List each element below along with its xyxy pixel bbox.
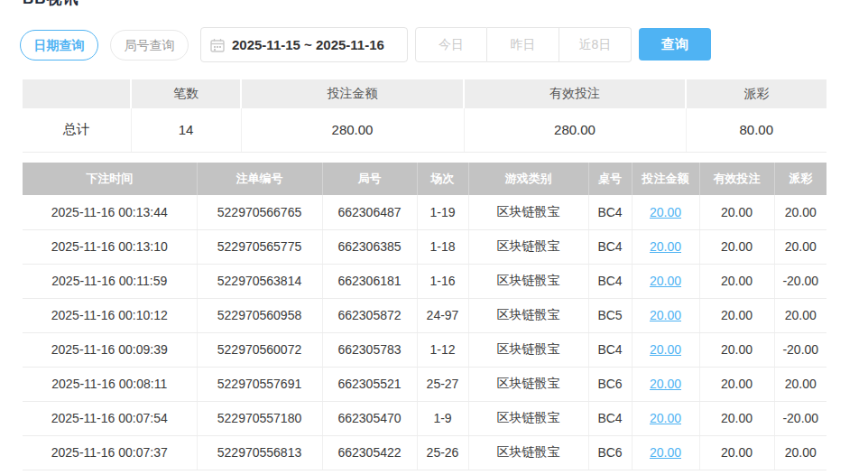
bet-amount-link[interactable]: 20.00: [650, 239, 681, 254]
bets-table: 下注时间注单编号局号场次游戏类别桌号投注金额有效投注派彩 2025-11-16 …: [23, 163, 826, 470]
bet-time: 2025-11-16 00:07:54: [23, 401, 197, 435]
tab-round-query[interactable]: 局号查询: [110, 30, 189, 61]
round-number: 662306385: [322, 229, 417, 264]
bet-time: 2025-11-16 00:10:12: [23, 298, 197, 332]
date-range-input[interactable]: 2025-11-15 ~ 2025-11-16: [200, 27, 408, 62]
payout: 20.00: [774, 435, 826, 470]
summary-table: 笔数投注金额有效投注派彩 总计 14 280.00 280.00 80.00: [23, 79, 826, 153]
summary-total-row: 总计 14 280.00 280.00 80.00: [23, 108, 826, 152]
summary-header-row: 笔数投注金额有效投注派彩: [23, 79, 826, 108]
game-type: 区块链骰宝: [468, 229, 588, 264]
table-number: BC4: [588, 264, 632, 298]
table-row: 2025-11-16 00:09:39 522970560072 6623057…: [23, 332, 826, 367]
bets-header-row: 下注时间注单编号局号场次游戏类别桌号投注金额有效投注派彩: [23, 163, 826, 195]
summary-header-cell: 有效投注: [464, 79, 686, 108]
session: 24-97: [417, 298, 468, 332]
quick-date-button[interactable]: 近8日: [559, 27, 632, 62]
table-row: 2025-11-16 00:07:54 522970557180 6623054…: [23, 401, 826, 435]
table-row: 2025-11-16 00:11:59 522970563814 6623061…: [23, 264, 826, 298]
table-number: BC5: [588, 298, 632, 332]
bet-amount-link[interactable]: 20.00: [650, 377, 681, 391]
order-number: 522970565775: [197, 229, 322, 264]
summary-header-cell: [23, 79, 131, 108]
round-number: 662305872: [322, 298, 417, 332]
summary-total-label: 总计: [23, 108, 131, 152]
bets-header-cell: 注单编号: [197, 163, 322, 195]
payout: 20.00: [774, 298, 826, 332]
bet-time: 2025-11-16 00:13:44: [23, 195, 197, 229]
order-number: 522970557691: [197, 367, 322, 401]
payout: 20.00: [774, 367, 826, 401]
round-number: 662306181: [322, 264, 417, 298]
quick-date-button[interactable]: 昨日: [487, 27, 559, 62]
table-row: 2025-11-16 00:13:10 522970565775 6623063…: [23, 229, 826, 264]
order-number: 522970566765: [197, 195, 322, 229]
payout: -20.00: [774, 332, 826, 367]
order-number: 522970556813: [197, 435, 322, 470]
game-type: 区块链骰宝: [468, 264, 588, 298]
bets-header-cell: 场次: [417, 163, 468, 195]
payout: -20.00: [774, 401, 826, 435]
table-row: 2025-11-16 00:07:37 522970556813 6623054…: [23, 435, 826, 470]
bets-header-cell: 派彩: [774, 163, 826, 195]
round-number: 662305470: [322, 401, 417, 435]
valid-bet: 20.00: [699, 298, 774, 332]
valid-bet: 20.00: [699, 401, 774, 435]
table-number: BC6: [588, 435, 632, 470]
table-number: BC4: [588, 401, 632, 435]
round-number: 662305422: [322, 435, 417, 470]
round-number: 662305783: [322, 332, 417, 367]
summary-header-cell: 派彩: [686, 79, 826, 108]
bets-header-cell: 桌号: [588, 163, 632, 195]
game-type: 区块链骰宝: [468, 401, 588, 435]
table-row: 2025-11-16 00:13:44 522970566765 6623064…: [23, 195, 826, 229]
session: 25-27: [417, 367, 468, 401]
bets-header-cell: 有效投注: [699, 163, 774, 195]
table-number: BC4: [588, 332, 632, 367]
bet-amount-link[interactable]: 20.00: [650, 342, 681, 357]
summary-valid-bet: 280.00: [464, 108, 686, 152]
bet-amount-link[interactable]: 20.00: [650, 445, 681, 460]
calendar-icon: [210, 38, 225, 52]
bet-amount-link[interactable]: 20.00: [650, 411, 681, 425]
bet-time: 2025-11-16 00:07:37: [23, 435, 197, 470]
game-type: 区块链骰宝: [468, 367, 588, 401]
search-button[interactable]: 查询: [639, 28, 711, 61]
quick-date-buttons: 今日昨日近8日: [415, 27, 632, 62]
order-number: 522970560958: [197, 298, 322, 332]
bet-amount-link[interactable]: 20.00: [650, 205, 681, 219]
payout: -20.00: [774, 264, 826, 298]
valid-bet: 20.00: [699, 229, 774, 264]
game-type: 区块链骰宝: [468, 298, 588, 332]
summary-count: 14: [131, 108, 241, 152]
session: 1-12: [417, 332, 468, 367]
summary-header-cell: 投注金额: [241, 79, 464, 108]
session: 25-26: [417, 435, 468, 470]
summary-header-cell: 笔数: [131, 79, 241, 108]
round-number: 662305521: [322, 367, 417, 401]
valid-bet: 20.00: [699, 332, 774, 367]
tab-date-query[interactable]: 日期查询: [20, 30, 98, 61]
quick-date-button[interactable]: 今日: [415, 27, 487, 62]
order-number: 522970560072: [197, 332, 322, 367]
order-number: 522970557180: [197, 401, 322, 435]
session: 1-9: [417, 401, 468, 435]
table-row: 2025-11-16 00:08:11 522970557691 6623055…: [23, 367, 826, 401]
date-range-value: 2025-11-15 ~ 2025-11-16: [232, 37, 384, 52]
table-number: BC4: [588, 229, 632, 264]
bets-header-cell: 投注金额: [632, 163, 699, 195]
summary-payout: 80.00: [686, 108, 826, 152]
bet-time: 2025-11-16 00:09:39: [23, 332, 197, 367]
round-number: 662306487: [322, 195, 417, 229]
game-type: 区块链骰宝: [468, 435, 588, 470]
table-number: BC4: [588, 195, 632, 229]
bet-amount-link[interactable]: 20.00: [650, 274, 681, 288]
bets-header-cell: 游戏类别: [468, 163, 588, 195]
bet-amount-link[interactable]: 20.00: [650, 308, 681, 322]
page-title: BB视讯: [23, 0, 79, 9]
session: 1-16: [417, 264, 468, 298]
bet-time: 2025-11-16 00:11:59: [23, 264, 197, 298]
game-type: 区块链骰宝: [468, 332, 588, 367]
bets-header-cell: 局号: [322, 163, 417, 195]
game-type: 区块链骰宝: [468, 195, 588, 229]
